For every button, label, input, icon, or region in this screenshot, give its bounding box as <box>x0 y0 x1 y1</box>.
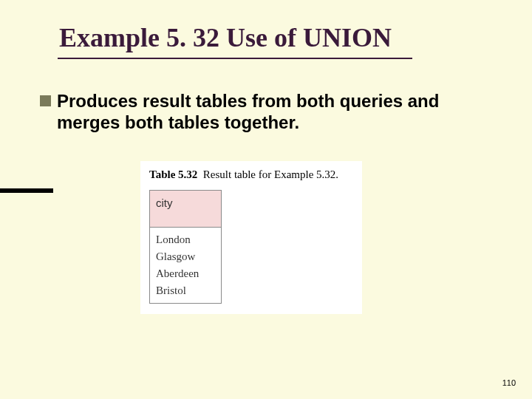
table-row: Bristol <box>150 282 222 304</box>
bullet-item: Produces result tables from both queries… <box>40 90 483 134</box>
table-header-row: city <box>150 191 222 228</box>
table-row: London <box>150 228 222 248</box>
bullet-icon <box>40 95 51 106</box>
table-figure: Table 5.32 Result table for Example 5.32… <box>140 161 362 314</box>
table-caption-rest: Result table for Example 5.32. <box>203 168 338 180</box>
table-row: Glasgow <box>150 248 222 265</box>
result-table: city London Glasgow Aberdeen Bristol <box>149 190 222 304</box>
bullet-text-line2: merges both tables together. <box>57 112 483 133</box>
table-header-cell: city <box>150 191 222 228</box>
table-caption-label: Table 5.32 <box>149 168 197 180</box>
table-cell: London <box>150 228 222 248</box>
table-cell: Glasgow <box>150 248 222 265</box>
slide: Example 5. 32 Use of UNION Produces resu… <box>0 0 532 399</box>
table-caption: Table 5.32 Result table for Example 5.32… <box>149 168 355 181</box>
title-underline <box>58 58 412 59</box>
page-number: 110 <box>502 378 516 387</box>
slide-title: Example 5. 32 Use of UNION <box>59 22 392 53</box>
table-cell: Bristol <box>150 282 222 304</box>
side-accent-bar <box>0 188 53 193</box>
table-row: Aberdeen <box>150 265 222 282</box>
bullet-text-line1: Produces result tables from both queries… <box>57 91 439 111</box>
table-cell: Aberdeen <box>150 265 222 282</box>
